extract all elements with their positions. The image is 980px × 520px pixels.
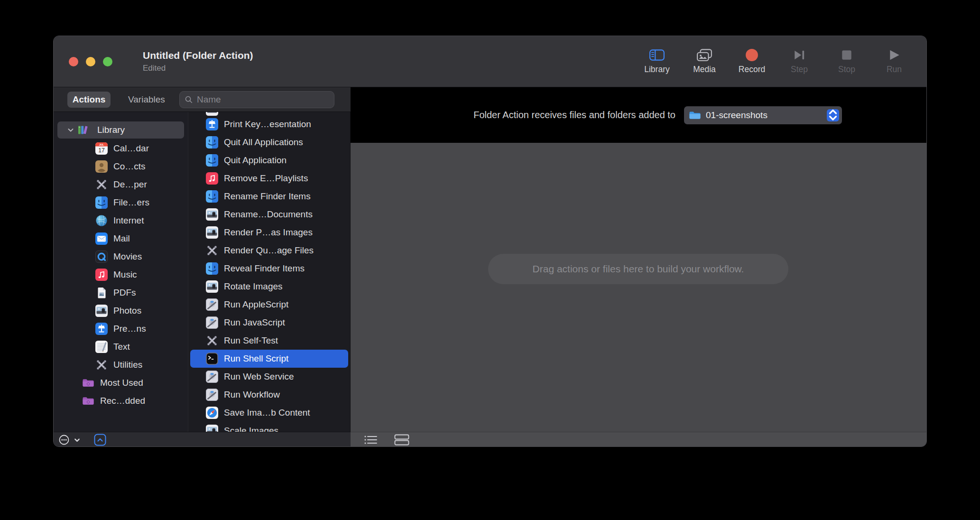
action-item[interactable]: Scale Images <box>190 422 348 432</box>
action-item-label: Remove E…Playlists <box>224 173 308 184</box>
sidebar-item[interactable]: Internet <box>54 212 188 230</box>
toolbar-button-media[interactable]: Media <box>681 48 728 74</box>
stop-icon <box>839 48 855 62</box>
sidebar-item[interactable]: Movies <box>54 248 188 266</box>
keynote-icon <box>206 118 218 130</box>
run-icon <box>886 48 902 62</box>
folder-icon <box>689 110 701 121</box>
sidebar-item[interactable]: Utilities <box>54 356 188 374</box>
close-button[interactable] <box>69 57 78 66</box>
action-item[interactable]: Render Qu…age Files <box>190 241 348 260</box>
action-item[interactable]: Rename Finder Items <box>190 187 348 205</box>
sidebar-item[interactable]: PDFs <box>54 284 188 302</box>
drop-hint: Drag actions or files here to build your… <box>488 254 788 284</box>
quicktime-icon <box>95 251 108 263</box>
sidebar-item-label: Text <box>113 342 130 352</box>
music-icon <box>95 269 108 281</box>
bottom-bar-right <box>351 432 926 447</box>
folder-action-header: Folder Action receives files and folders… <box>351 87 926 143</box>
workflow-canvas[interactable]: Drag actions or files here to build your… <box>351 143 926 432</box>
action-item-label: Scale Images <box>224 426 278 432</box>
toolbar-button-run: Run <box>870 48 918 74</box>
finder-icon <box>206 262 218 275</box>
action-item[interactable]: Run JavaScript <box>190 314 348 332</box>
sidebar-item-label: Utilities <box>113 360 142 370</box>
finder-icon <box>206 190 218 203</box>
bottom-bar-left <box>54 432 351 447</box>
sidebar-item-library[interactable]: Library <box>57 121 184 139</box>
search-field[interactable] <box>179 91 334 108</box>
action-item[interactable]: Run Workflow <box>190 386 348 404</box>
action-item[interactable]: Run AppleScript <box>190 296 348 314</box>
action-item[interactable]: Quit All Applications <box>190 133 348 151</box>
tab-actions[interactable]: Actions <box>67 92 111 108</box>
sidebar-item[interactable]: Co…cts <box>54 158 188 176</box>
action-item[interactable]: Render P…as Images <box>190 223 348 241</box>
sidebar-item[interactable]: Rec…dded <box>54 392 188 410</box>
svg-text:JUL: JUL <box>99 143 104 146</box>
toolbar-button-label: Run <box>887 65 902 74</box>
action-list-rows: Print Key…esentationQuit All Application… <box>188 112 350 432</box>
pdf-icon <box>95 287 108 299</box>
toolbar-button-label: Library <box>644 65 670 74</box>
mail-icon <box>95 232 108 245</box>
action-item[interactable]: Run Web Service <box>190 368 348 386</box>
action-list-partial-icon <box>206 112 218 116</box>
folder-popup-button[interactable]: 01-screenshots <box>684 106 842 124</box>
collapse-library-icon[interactable] <box>94 434 106 446</box>
action-item[interactable]: Rotate Images <box>190 278 348 296</box>
terminal-icon <box>206 353 218 365</box>
more-options-icon[interactable] <box>58 434 70 446</box>
sidebar-item[interactable]: File…ers <box>54 194 188 212</box>
preview-icon <box>95 305 108 317</box>
zoom-button[interactable] <box>103 57 112 66</box>
sidebar-item[interactable]: Most Used <box>54 374 188 392</box>
action-item-label: Render P…as Images <box>224 227 313 238</box>
action-item-label: Run Self-Test <box>224 335 278 346</box>
sidebar-item[interactable]: Pre…ns <box>54 320 188 338</box>
toolbar-button-label: Media <box>693 65 716 74</box>
sidebar-item[interactable]: De…per <box>54 176 188 194</box>
script-icon <box>206 371 218 383</box>
sidebar-item-label: De…per <box>113 179 147 190</box>
library-top-bar: Actions Variables <box>54 87 351 112</box>
action-item[interactable]: Print Key…esentation <box>190 115 348 133</box>
sidebar-item-label: Movies <box>113 251 142 262</box>
action-item[interactable]: Save Ima…b Content <box>190 404 348 422</box>
stacked-view-icon[interactable] <box>394 434 409 446</box>
sidebar-item[interactable]: Photos <box>54 302 188 320</box>
sidebar-item[interactable]: Music <box>54 266 188 284</box>
chevron-down-icon[interactable] <box>67 126 74 134</box>
preview-icon <box>206 425 218 432</box>
sidebar-item[interactable]: JUL17Cal…dar <box>54 139 188 158</box>
chevron-down-icon[interactable] <box>74 436 81 444</box>
action-item[interactable]: Run Self-Test <box>190 332 348 350</box>
tab-variables[interactable]: Variables <box>128 94 169 105</box>
sidebar-item-label: Internet <box>113 215 144 226</box>
action-item[interactable]: Quit Application <box>190 151 348 169</box>
toolbar-button-library[interactable]: Library <box>633 48 681 74</box>
window-controls <box>69 36 112 87</box>
action-item-label: Run Shell Script <box>224 353 288 364</box>
calendar-icon: JUL17 <box>95 142 108 155</box>
utilities-icon <box>95 359 108 371</box>
action-item-label: Rotate Images <box>224 281 283 292</box>
action-list: Print Key…esentationQuit All Application… <box>188 112 351 432</box>
sidebar-item[interactable]: Text <box>54 338 188 356</box>
minimize-button[interactable] <box>86 57 95 66</box>
sidebar-item[interactable]: Mail <box>54 230 188 248</box>
sidebar-item-label: Mail <box>113 233 130 244</box>
action-item[interactable]: Run Shell Script <box>190 350 348 368</box>
action-item[interactable]: Rename…Documents <box>190 205 348 223</box>
action-item[interactable]: Remove E…Playlists <box>190 169 348 187</box>
popup-stepper-icon[interactable] <box>827 109 839 121</box>
search-input[interactable] <box>197 94 329 105</box>
action-item-label: Rename…Documents <box>224 209 313 220</box>
utilities-icon <box>95 178 108 191</box>
action-item[interactable]: Reveal Finder Items <box>190 260 348 278</box>
list-view-icon[interactable] <box>364 435 378 445</box>
toolbar-button-record[interactable]: Record <box>728 48 776 74</box>
toolbar-button-label: Step <box>791 65 808 74</box>
action-item-label: Quit All Applications <box>224 137 303 148</box>
script-icon <box>206 389 218 401</box>
